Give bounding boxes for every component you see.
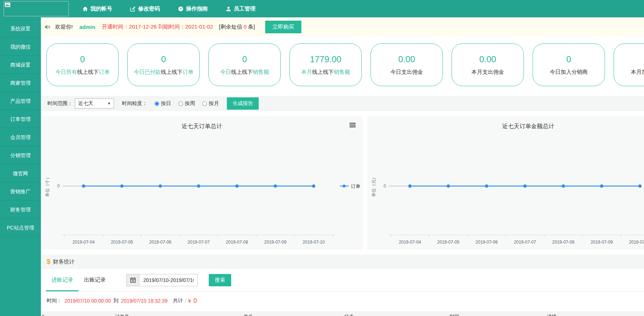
finance-tabs-row: 进账记录出账记录 搜索 xyxy=(41,269,644,291)
svg-text:2019-07-04: 2019-07-04 xyxy=(399,240,421,245)
records-table-header: #订单号单价状态时间详情 xyxy=(41,311,644,316)
card-value: 1779.00 xyxy=(310,54,342,64)
search-button[interactable]: 搜索 xyxy=(209,274,231,286)
svg-text:0: 0 xyxy=(384,184,386,189)
card-label-part: 今日加入分销商 xyxy=(550,69,588,75)
card-value: 0 xyxy=(242,54,247,64)
granularity-option-by-day[interactable]: 按日 xyxy=(154,100,171,107)
card-value: 0 xyxy=(161,54,166,64)
stat-card-today-all-orders[interactable]: 0今日所有线上线下订单 xyxy=(46,43,119,86)
to-word: 到 xyxy=(113,298,118,304)
stat-card-today-commission-paid[interactable]: 0.00今日支出佣金 xyxy=(370,43,443,86)
stat-card-today-sales[interactable]: 0今日线上线下销售额 xyxy=(208,43,281,86)
topbar-item-label: 员工管理 xyxy=(234,5,255,12)
total-label: 共计： xyxy=(173,298,188,304)
orders-chart-panel: 近七天订单总计 单位（个）02019-07-042019-07-052019-0… xyxy=(41,116,363,249)
total-amount: ¥0 xyxy=(188,297,199,304)
topbar-item-my-account[interactable]: 我的帐号 xyxy=(82,5,112,12)
table-header-col-3: 状态 xyxy=(344,313,354,316)
sidebar-item-pc-site-management[interactable]: PC站点管理 xyxy=(0,219,41,237)
charts-row: 近七天订单总计 单位（个）02019-07-042019-07-052019-0… xyxy=(41,116,644,249)
radio-by-day[interactable] xyxy=(154,101,159,106)
card-label-part: 销售额 xyxy=(253,69,269,75)
table-header-col-1: 订单号 xyxy=(115,313,129,316)
card-label: 今日加入分销商 xyxy=(550,69,588,76)
topbar-menu: 我的帐号修改密码?操作指南员工管理 xyxy=(82,0,255,17)
time-range-label: 时间范围： xyxy=(47,100,73,107)
main-content: 欢迎你! admin 开通时间：2017-12-26 到期时间：2021-01-… xyxy=(41,17,644,316)
sms-suffix: 条] xyxy=(248,24,255,30)
time-label: 时间： xyxy=(47,298,62,304)
sidebar-item-product-management[interactable]: 产品管理 xyxy=(0,92,41,110)
svg-text:单位（元）: 单位（元） xyxy=(371,175,376,197)
sms-remaining: [剩余短信0条] xyxy=(219,24,255,30)
date-range-input[interactable] xyxy=(139,274,198,286)
sidebar-item-finance-management[interactable]: 财务管理 xyxy=(0,201,41,219)
topbar-item-operation-guide[interactable]: ?操作指南 xyxy=(178,5,208,12)
sidebar-item-member-management[interactable]: 会员管理 xyxy=(0,128,41,146)
date-range-group xyxy=(126,274,198,286)
sidebar-item-micro-site[interactable]: 微官网 xyxy=(0,164,41,182)
svg-text:0: 0 xyxy=(57,184,60,189)
svg-text:订单: 订单 xyxy=(351,184,360,189)
generate-report-button[interactable]: 生成报告 xyxy=(227,97,259,110)
svg-text:2019-07-10: 2019-07-10 xyxy=(629,240,644,245)
chart-menu-icon[interactable] xyxy=(349,123,356,128)
granularity-option-by-month[interactable]: 按月 xyxy=(202,100,219,107)
help-icon: ? xyxy=(178,6,183,12)
card-label-part: 今日支出佣金 xyxy=(390,69,423,75)
time-summary-row: 时间： 2019/07/10 00:00:00 到 2019/07/10 18:… xyxy=(41,291,644,309)
stat-card-month-sales[interactable]: 1779.00本月线上线下销售额 xyxy=(289,43,362,86)
sms-prefix: [剩余短信 xyxy=(219,24,242,30)
stat-card-today-paid-orders[interactable]: 0今日已付款线上线下订单 xyxy=(127,43,200,86)
stat-card-today-new-distributors[interactable]: 0今日加入分销商 xyxy=(533,43,605,86)
sidebar-item-order-management[interactable]: 订单管理 xyxy=(0,110,41,128)
sidebar-menu: 系统设置我的微信商城设置商家管理产品管理订单管理会员管理分销管理微官网营销推广财… xyxy=(0,17,41,316)
sidebar-item-merchant-management[interactable]: 商家管理 xyxy=(0,74,41,92)
card-label-part: 今日 xyxy=(220,69,231,75)
radio-by-month[interactable] xyxy=(202,101,207,106)
stat-card-month-commission-paid[interactable]: 0.00本月支出佣金 xyxy=(452,43,524,86)
tab-expense-records[interactable]: 出账记录 xyxy=(79,269,111,291)
finance-tabs: 进账记录出账记录 xyxy=(46,269,111,291)
finance-section-header: $ 财务统计 xyxy=(41,254,644,269)
sidebar-item-marketing-promotion[interactable]: 营销推广 xyxy=(0,182,41,201)
total-value: 0 xyxy=(194,297,197,304)
stat-cards-row: 0今日所有线上线下订单0今日已付款线上线下订单0今日线上线下销售额1779.00… xyxy=(41,36,644,96)
speaker-icon xyxy=(45,24,51,30)
radio-by-week[interactable] xyxy=(178,101,183,106)
svg-text:单位（个）: 单位（个） xyxy=(45,175,50,197)
card-label-part: 今日已付款 xyxy=(134,69,161,75)
dollar-icon: $ xyxy=(47,258,51,266)
radio-label: 按月 xyxy=(209,100,219,107)
stat-card-month-new-distributors[interactable]: 1本月加入分销商 xyxy=(614,43,644,86)
sidebar-item-system-settings[interactable]: 系统设置 xyxy=(0,20,41,38)
table-header-col-5: 详情 xyxy=(547,313,556,316)
time-range-select[interactable]: 近七天 ▼ xyxy=(75,98,114,109)
svg-text:2019-07-08: 2019-07-08 xyxy=(226,240,248,245)
calendar-icon[interactable] xyxy=(126,274,139,286)
topbar-item-label: 修改密码 xyxy=(138,5,160,12)
sidebar-item-my-wechat[interactable]: 我的微信 xyxy=(0,38,41,56)
granularity-option-by-week[interactable]: 按周 xyxy=(178,100,195,107)
topbar-item-label: 我的帐号 xyxy=(90,5,112,12)
svg-text:2019-07-05: 2019-07-05 xyxy=(111,240,133,245)
select-arrow-icon: ▼ xyxy=(107,102,111,105)
sidebar-item-distribution-management[interactable]: 分销管理 xyxy=(0,146,41,164)
topbar-item-staff-management[interactable]: 员工管理 xyxy=(226,5,255,12)
card-label-part: 订单 xyxy=(183,69,194,75)
card-label-part: 订单 xyxy=(99,69,110,75)
card-label-part: 今日所有 xyxy=(55,69,77,75)
svg-text:2019-07-05: 2019-07-05 xyxy=(437,240,459,245)
order-amount-chart-title: 近七天订单金额总计 xyxy=(367,116,644,134)
card-label-part: 本月加入分销商 xyxy=(631,69,644,75)
card-value: 0 xyxy=(80,54,85,64)
topbar-item-change-password[interactable]: 修改密码 xyxy=(130,5,160,12)
buy-now-button[interactable]: 立即购买 xyxy=(265,21,301,33)
card-label-part: 线上线下 xyxy=(161,69,183,75)
tab-income-records[interactable]: 进账记录 xyxy=(46,269,79,291)
card-label-part: 本月支出佣金 xyxy=(471,69,504,75)
users-icon xyxy=(226,6,231,12)
sidebar-item-mall-settings[interactable]: 商城设置 xyxy=(0,56,41,74)
logo-box xyxy=(4,1,69,16)
